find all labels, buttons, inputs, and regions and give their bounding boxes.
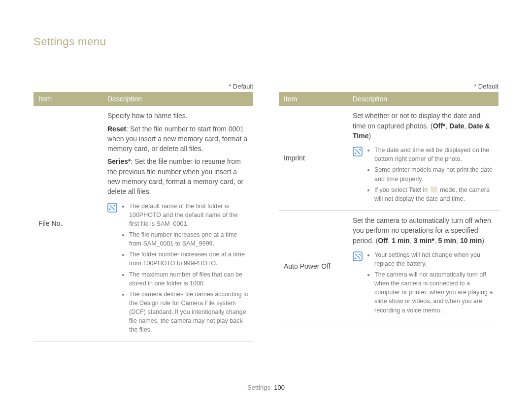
imprint-date: Date [449,122,464,130]
list-item: The folder number increases one at a tim… [129,250,249,268]
table-row: Auto Power Off Set the camera to automat… [279,210,499,322]
table-row: File No. Specify how to name files. Rese… [33,106,253,341]
apo-5min: 5 min [438,237,457,245]
note-icon [107,203,117,213]
imprint-off: Off* [433,122,446,130]
apo-off: Off [378,237,388,245]
note-icon [353,147,363,156]
imprint-description: Set whether or not to display the date a… [348,106,499,210]
list-item: If you select Text in mode, the camera w… [374,185,495,203]
apo-3min: 3 min* [414,237,434,245]
file-no-notes: The default name of the first folder is … [107,202,249,337]
table-header-row: Item Description [33,92,253,106]
list-item: The date and time will be displayed on t… [374,146,495,163]
apo-intro-post: ) [482,237,484,245]
list-item: Your settings will not change when you r… [374,250,495,268]
reset-label: Reset [107,125,126,133]
auto-power-off-description: Set the camera to automatically turn off… [348,210,499,322]
apo-notes: Your settings will not change when you r… [353,250,495,317]
list-item: The default name of the first folder is … [129,202,249,228]
content-columns: * Default Item Description File No. Spec… [33,83,499,341]
list-item: The maximum number of files that can be … [129,270,249,288]
table-row: Imprint Set whether or not to display th… [279,106,499,210]
note3-bold: Text [409,186,421,193]
footer: Settings 100 [0,384,532,391]
imprint-intro-post: ) [368,132,371,140]
file-no-series: Series*: Set the file number to resume f… [107,156,249,196]
mode-icon [431,186,437,192]
reset-text: : Set the file number to start from 0001… [107,125,247,153]
left-column: * Default Item Description File No. Spec… [33,83,253,341]
page-title: Settings menu [33,35,499,48]
footer-page-number: 100 [274,384,285,391]
sep: , [445,122,449,130]
apo-1min: 1 min [392,237,410,245]
file-no-intro: Specify how to name files. [107,111,249,121]
header-description: Description [348,92,499,106]
auto-power-off-label: Auto Power Off [279,210,348,322]
note3-pre: If you select [374,186,409,193]
list-item: The file number increases one at a time … [129,230,249,248]
file-no-reset: Reset: Set the file number to start from… [107,124,249,154]
apo-note-list: Your settings will not change when you r… [374,250,495,317]
file-no-description: Specify how to name files. Reset: Set th… [102,106,253,341]
footer-section: Settings [247,384,270,391]
list-item: Some printer models may not print the da… [374,165,495,183]
settings-table-right: Item Description Imprint Set whether or … [279,92,499,322]
series-label: Series* [107,157,131,165]
file-no-note-list: The default name of the first folder is … [129,202,249,337]
settings-table-left: Item Description File No. Specify how to… [33,92,253,341]
page: Settings menu * Default Item Description… [0,0,532,401]
sep: , [410,237,414,245]
sep: , [434,237,438,245]
apo-intro: Set the camera to automatically turn off… [353,216,495,246]
default-note-left: * Default [33,83,253,90]
imprint-note-list: The date and time will be displayed on t… [374,146,495,205]
header-item: Item [33,92,102,106]
header-item: Item [279,92,348,106]
default-note-right: * Default [279,83,499,90]
note-icon [353,251,363,261]
sep: , [456,237,460,245]
apo-10min: 10 min [460,237,482,245]
list-item: The camera will not automatically turn o… [374,270,495,315]
header-description: Description [102,92,253,106]
imprint-intro: Set whether or not to display the date a… [353,111,495,141]
list-item: The camera defines file names according … [129,290,249,335]
right-column: * Default Item Description Imprint Set w… [279,83,499,341]
imprint-label: Imprint [279,106,348,210]
table-header-row: Item Description [279,92,499,106]
note3-mid: in [421,186,430,193]
file-no-label: File No. [33,106,102,341]
imprint-notes: The date and time will be displayed on t… [353,146,495,205]
